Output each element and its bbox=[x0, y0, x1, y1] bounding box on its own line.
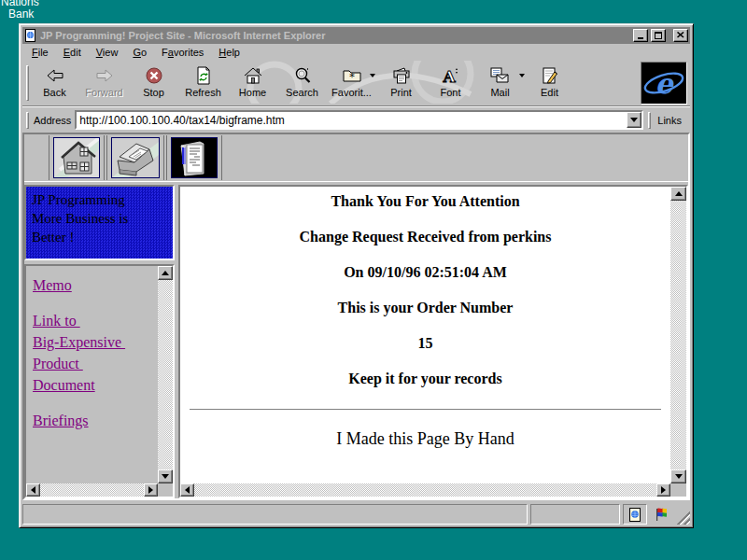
ie-logo[interactable]: e bbox=[641, 62, 687, 105]
links-bar-label[interactable]: Links bbox=[655, 115, 687, 126]
banner-frame: JP Programming More Business is Better ! bbox=[24, 185, 175, 260]
nav-link-memo[interactable]: Memo bbox=[33, 274, 158, 296]
favorites-folder-icon: * bbox=[343, 65, 361, 86]
menu-bar: File Edit View Go Favorites Help bbox=[22, 44, 690, 61]
close-button[interactable] bbox=[673, 29, 688, 42]
mail-icon bbox=[490, 65, 511, 86]
desktop-icon-label-nationsbank-line2[interactable]: Bank bbox=[8, 7, 34, 21]
menu-favorites[interactable]: Favorites bbox=[154, 45, 211, 60]
sidebar-frames: JP Programming More Business is Better !… bbox=[24, 185, 175, 498]
maximize-icon bbox=[655, 32, 662, 39]
document-image-link[interactable] bbox=[171, 137, 218, 178]
nav-link-briefings[interactable]: Briefings bbox=[33, 410, 158, 431]
refresh-button[interactable]: Refresh bbox=[178, 63, 228, 103]
banner-line: Better ! bbox=[32, 228, 167, 246]
scrollbar-corner bbox=[670, 483, 686, 497]
message-line: Keep it for your records bbox=[180, 371, 670, 387]
chevron-down-icon bbox=[630, 118, 638, 122]
minimize-button[interactable] bbox=[633, 29, 648, 42]
favorites-dropdown-icon[interactable] bbox=[370, 74, 375, 77]
minimize-icon bbox=[638, 37, 643, 39]
home-button[interactable]: Home bbox=[228, 63, 277, 103]
scroll-up-button[interactable] bbox=[158, 266, 173, 280]
home-image-link[interactable] bbox=[53, 137, 100, 178]
status-progress-panel bbox=[530, 504, 620, 525]
triangle-down-icon bbox=[675, 474, 683, 479]
menu-view[interactable]: View bbox=[89, 45, 126, 60]
triangle-left-icon bbox=[31, 486, 35, 494]
scroll-up-button[interactable] bbox=[670, 187, 686, 201]
triangle-up-icon bbox=[162, 271, 169, 275]
scroll-right-button[interactable] bbox=[656, 483, 670, 497]
stop-icon bbox=[145, 65, 163, 86]
edit-button[interactable]: Edit bbox=[525, 63, 574, 103]
scrollbar-corner bbox=[158, 483, 173, 497]
close-icon bbox=[677, 32, 684, 38]
menu-edit[interactable]: Edit bbox=[56, 45, 89, 60]
scroll-down-button[interactable] bbox=[670, 469, 686, 483]
address-dropdown-button[interactable] bbox=[627, 112, 641, 128]
stop-button[interactable]: Stop bbox=[129, 63, 178, 103]
mail-button[interactable]: Mail bbox=[475, 63, 525, 103]
nav-links: Memo Link to Big-Expensive Product Docum… bbox=[26, 266, 158, 483]
menu-help[interactable]: Help bbox=[211, 45, 247, 60]
triangle-right-icon bbox=[661, 486, 666, 494]
triangle-right-icon bbox=[148, 486, 153, 494]
address-bar: Address Links bbox=[22, 106, 690, 133]
scroll-down-button[interactable] bbox=[158, 469, 173, 483]
scroll-right-button[interactable] bbox=[144, 483, 158, 497]
printer-image-link[interactable] bbox=[111, 137, 160, 178]
address-label: Address bbox=[34, 115, 71, 126]
scroll-track[interactable] bbox=[194, 483, 656, 497]
status-message-panel bbox=[22, 504, 528, 525]
message-line: Thank You For You Attention bbox=[180, 193, 670, 210]
menu-file[interactable]: File bbox=[24, 45, 56, 60]
message-line: On 09/10/96 02:51:04 AM bbox=[180, 264, 670, 281]
font-icon: A bbox=[442, 65, 460, 86]
print-button[interactable]: Print bbox=[376, 63, 426, 103]
title-bar[interactable]: JP Programming! Project Site - Microsoft… bbox=[22, 27, 690, 44]
message-line: Change Request Received from perkins bbox=[180, 229, 670, 245]
back-button[interactable]: Back bbox=[30, 63, 79, 103]
scroll-left-button[interactable] bbox=[26, 483, 40, 497]
address-input[interactable] bbox=[77, 112, 627, 128]
print-icon bbox=[392, 65, 411, 86]
ie-page-icon[interactable] bbox=[24, 29, 37, 43]
status-zone-panel bbox=[623, 504, 647, 525]
nav-horizontal-scrollbar[interactable] bbox=[26, 483, 158, 497]
window-resize-grip[interactable] bbox=[675, 510, 690, 525]
font-button[interactable]: A Font bbox=[426, 63, 475, 103]
main-horizontal-scrollbar[interactable] bbox=[180, 483, 670, 497]
main-vertical-scrollbar[interactable] bbox=[670, 187, 686, 483]
page-image-row bbox=[24, 134, 688, 181]
toolbar-grip[interactable] bbox=[26, 65, 29, 101]
search-icon bbox=[293, 65, 312, 86]
toolbar: Back Forward Stop Refresh bbox=[22, 61, 690, 106]
triangle-down-icon bbox=[162, 474, 169, 479]
message-line: This is your Order Number bbox=[180, 300, 670, 316]
scroll-track[interactable] bbox=[158, 280, 173, 469]
scroll-track[interactable] bbox=[670, 201, 686, 469]
ie-document-icon bbox=[629, 508, 641, 522]
svg-text:*: * bbox=[349, 71, 355, 83]
nav-vertical-scrollbar[interactable] bbox=[158, 266, 173, 483]
menu-go[interactable]: Go bbox=[125, 45, 154, 60]
triangle-up-icon bbox=[675, 191, 683, 196]
scroll-left-button[interactable] bbox=[180, 483, 194, 497]
svg-text:e: e bbox=[655, 67, 674, 100]
banner-line: More Business is bbox=[32, 209, 167, 228]
order-number: 15 bbox=[180, 335, 670, 352]
nav-link-product-document[interactable]: Link to Big-Expensive Product Document bbox=[33, 310, 158, 396]
forward-button[interactable]: Forward bbox=[79, 63, 129, 103]
favorites-button[interactable]: * Favorit... bbox=[327, 63, 376, 103]
address-input-box bbox=[75, 110, 643, 130]
main-frame: Thank You For You Attention Change Reque… bbox=[178, 185, 688, 498]
links-bar-grip[interactable] bbox=[648, 112, 651, 129]
maximize-button[interactable] bbox=[651, 29, 666, 42]
forward-arrow-icon bbox=[95, 65, 114, 86]
address-bar-grip[interactable] bbox=[26, 112, 29, 129]
status-bar bbox=[22, 502, 690, 525]
search-button[interactable]: Search bbox=[277, 63, 327, 103]
scroll-track[interactable] bbox=[40, 483, 144, 497]
ie-window: JP Programming! Project Site - Microsoft… bbox=[19, 23, 694, 528]
